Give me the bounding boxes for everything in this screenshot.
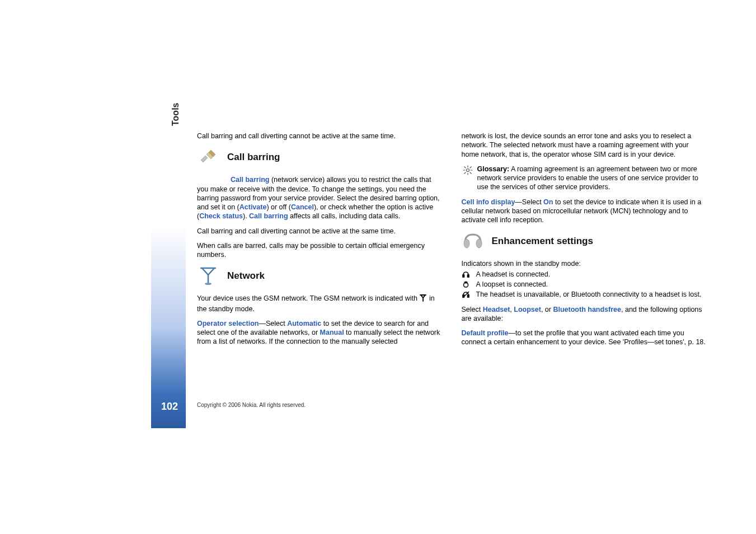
call-barring-p3: When calls are barred, calls may be poss… [197,241,442,260]
svg-point-0 [205,283,212,285]
indicator-text-3: The headset is unavailable, or Bluetooth… [476,290,702,299]
default-profile-p: Default profile—to set the profile that … [462,329,707,347]
side-tab-label: Tools [171,103,181,126]
svg-point-10 [464,239,469,248]
section-enhancement: Enhancement settings [462,230,707,252]
section-network: Network [197,265,442,287]
link-activate: Activate [240,203,267,211]
call-barring-p1: Call barring (network service) allows yo… [197,175,442,221]
svg-rect-16 [468,295,469,297]
link-check-status: Check status [199,212,243,220]
sidebar-gradient [151,92,186,428]
indicator-text-2: A loopset is connected. [476,280,548,289]
enhancement-icon [462,230,484,252]
link-headset: Headset [483,306,510,313]
copyright-text: Copyright © 2006 Nokia. All rights reser… [197,402,306,408]
link-operator-selection: Operator selection [197,320,259,327]
content-columns: Call barring and call diverting cannot b… [197,132,706,353]
indicator-list: Indicators shown in the standby mode: A … [462,259,707,299]
link-on: On [543,198,553,206]
column-right: network is lost, the device sounds an er… [462,132,707,353]
gsm-antenna-icon [419,294,427,304]
loopset-icon [462,280,471,289]
glossary-label: Glossary: [477,165,510,173]
headset-unavailable-icon [462,291,471,299]
headset-icon [462,270,471,279]
svg-line-6 [470,172,471,174]
link-call-barring: Call barring [231,176,269,184]
link-call-barring-2: Call barring [249,212,288,220]
svg-rect-13 [468,275,469,277]
network-icon [197,265,219,287]
svg-line-7 [464,172,466,174]
indicator-intro: Indicators shown in the standby mode: [462,259,707,268]
network-heading: Network [227,270,265,282]
link-bt-handsfree: Bluetooth handsfree [553,306,621,313]
section-call-barring: Call barring [197,146,442,168]
link-manual: Manual [320,329,344,336]
indicator-row-loopset: A loopset is connected. [462,280,707,289]
select-enh-p: Select Headset, Loopset, or Bluetooth ha… [462,305,707,324]
network-p2: Operator selection—Select Automatic to s… [197,319,442,346]
link-default-profile: Default profile [462,329,509,337]
link-cancel: Cancel [291,203,314,211]
call-barring-icon [197,146,219,168]
cell-info-p: Cell info display—Select On to set the d… [462,198,707,225]
intro-text: Call barring and call diverting cannot b… [197,132,442,140]
link-automatic: Automatic [287,320,321,327]
svg-line-5 [464,167,466,168]
indicator-text-1: A headset is connected. [476,270,551,279]
enhancement-heading: Enhancement settings [492,235,593,247]
svg-point-11 [476,239,482,248]
svg-rect-12 [463,275,464,277]
link-loopset: Loopset [514,306,541,313]
call-barring-heading: Call barring [227,151,280,163]
glossary-text: Glossary: A roaming agreement is an agre… [477,165,707,192]
svg-line-8 [470,167,471,168]
indicator-row-headset-unavailable: The headset is unavailable, or Bluetooth… [462,290,707,299]
network-cont: network is lost, the device sounds an er… [462,132,707,159]
network-p1: Your device uses the GSM network. The GS… [197,294,442,313]
svg-point-9 [466,168,469,171]
page-number: 102 [161,401,178,413]
link-cell-info-display: Cell info display [462,198,515,206]
call-barring-p2: Call barring and call diverting cannot b… [197,227,442,236]
column-left: Call barring and call diverting cannot b… [197,132,442,353]
tip-icon [463,165,473,175]
glossary-block: Glossary: A roaming agreement is an agre… [462,165,707,192]
manual-page: Tools 102 Call barring and call divertin… [151,92,711,495]
indicator-row-headset: A headset is connected. [462,270,707,279]
